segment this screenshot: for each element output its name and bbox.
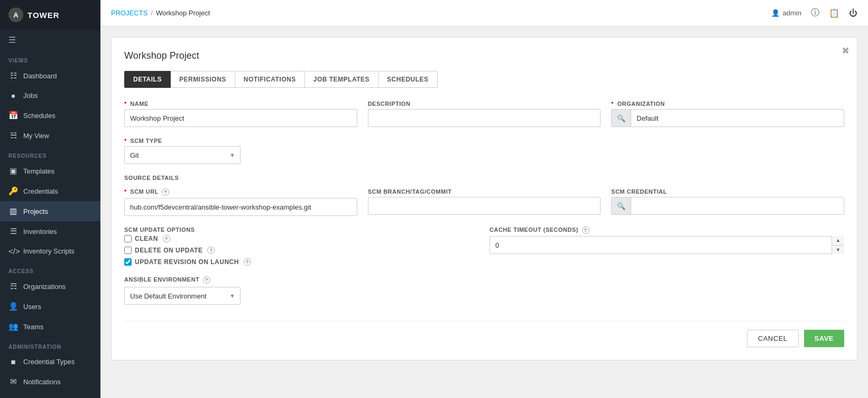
- scm-type-select-wrap: Manual Git Mercurial Subversion Red Hat …: [124, 146, 241, 164]
- row-scm-details: * SCM URL ? SCM BRANCH/TAG/COMMIT SCM CR…: [124, 188, 844, 216]
- logo-text: TOWER: [27, 11, 60, 20]
- sidebar-item-teams[interactable]: 👥 Teams: [0, 316, 100, 337]
- scm-url-label: * SCM URL ?: [124, 188, 357, 196]
- cache-timeout-spinners: ▲ ▼: [832, 236, 844, 254]
- delete-on-update-checkbox[interactable]: [124, 247, 132, 254]
- cache-timeout-decrement[interactable]: ▼: [832, 246, 844, 255]
- sidebar-item-templates[interactable]: ▣ Templates: [0, 161, 100, 181]
- description-input[interactable]: [368, 109, 601, 127]
- tab-schedules[interactable]: SCHEDULES: [378, 71, 438, 88]
- card-footer: CANCEL SAVE: [124, 321, 844, 347]
- cancel-button[interactable]: CANCEL: [747, 330, 799, 347]
- organization-label: * ORGANIZATION: [611, 101, 844, 107]
- topbar-actions: 👤 admin ⓘ 📋 ⏻: [771, 7, 857, 19]
- checkbox-row-update-revision: UPDATE REVISION ON LAUNCH ?: [124, 258, 479, 266]
- breadcrumb-separator: /: [151, 9, 153, 17]
- organization-input[interactable]: [631, 110, 844, 126]
- sidebar-item-credential-types[interactable]: ■ Credential Types: [0, 352, 100, 372]
- ansible-env-label: ANSIBLE ENVIRONMENT ?: [124, 276, 844, 284]
- access-section-label: ACCESS: [0, 261, 100, 276]
- cache-timeout-input[interactable]: [490, 236, 844, 254]
- templates-icon: ▣: [8, 166, 18, 176]
- clean-checkbox[interactable]: [124, 235, 132, 242]
- inventories-icon: ☰: [8, 227, 18, 236]
- row-update-options: SCM UPDATE OPTIONS CLEAN ? DELETE ON UPD…: [124, 227, 844, 266]
- ansible-env-section: ANSIBLE ENVIRONMENT ? Use Default Enviro…: [124, 276, 844, 305]
- ansible-env-select[interactable]: Use Default Environment: [124, 287, 241, 305]
- organization-search-button[interactable]: 🔍: [612, 110, 631, 126]
- update-revision-checkbox[interactable]: [124, 258, 132, 266]
- sidebar-label-myview: My View: [23, 132, 49, 140]
- teams-icon: 👥: [8, 322, 18, 331]
- name-input[interactable]: [124, 109, 357, 127]
- sidebar-item-users[interactable]: 👤 Users: [0, 296, 100, 316]
- scm-credential-input[interactable]: [631, 197, 844, 214]
- credentials-icon: 🔑: [8, 186, 18, 196]
- field-description: DESCRIPTION: [368, 101, 601, 127]
- delete-on-update-label: DELETE ON UPDATE: [135, 247, 202, 254]
- description-label: DESCRIPTION: [368, 101, 601, 107]
- scm-credential-input-wrap: 🔍: [611, 197, 844, 215]
- sidebar-label-schedules: Schedules: [23, 112, 56, 120]
- scm-branch-input[interactable]: [368, 197, 601, 215]
- sidebar-label-credentials: Credentials: [23, 187, 58, 195]
- sidebar-label-organizations: Organizations: [23, 283, 66, 291]
- user-icon: 👤: [771, 9, 780, 17]
- sidebar-item-myview[interactable]: ☵ My View: [0, 125, 100, 146]
- sidebar-item-credentials[interactable]: 🔑 Credentials: [0, 181, 100, 201]
- resources-section-label: RESOURCES: [0, 146, 100, 161]
- scm-url-help-icon[interactable]: ?: [162, 188, 169, 196]
- cache-timeout-increment[interactable]: ▲: [832, 236, 844, 246]
- scm-checkboxes: CLEAN ? DELETE ON UPDATE ? UPDATE REVISI…: [124, 235, 479, 266]
- notifications-icon: ✉: [8, 377, 18, 386]
- checkbox-row-clean: CLEAN ?: [124, 235, 479, 242]
- views-section-label: VIEWS: [0, 50, 100, 66]
- sidebar-item-dashboard[interactable]: ☷ Dashboard: [0, 66, 100, 86]
- power-icon[interactable]: ⏻: [849, 8, 857, 18]
- sidebar-item-jobs[interactable]: ● Jobs: [0, 86, 100, 105]
- sidebar-label-credential-types: Credential Types: [23, 358, 75, 366]
- cache-timeout-label: CACHE TIMEOUT (SECONDS) ?: [490, 227, 844, 234]
- scm-credential-label: SCM CREDENTIAL: [611, 188, 844, 195]
- sidebar-item-notifications[interactable]: ✉ Notifications: [0, 372, 100, 392]
- scm-type-select[interactable]: Manual Git Mercurial Subversion Red Hat …: [124, 146, 241, 164]
- scm-update-options-label: SCM UPDATE OPTIONS: [124, 227, 479, 233]
- user-menu[interactable]: 👤 admin: [771, 9, 801, 17]
- sidebar-label-templates: Templates: [23, 167, 54, 175]
- clean-help-icon[interactable]: ?: [163, 235, 170, 242]
- users-icon: 👤: [8, 302, 18, 311]
- delete-on-update-help-icon[interactable]: ?: [207, 247, 215, 254]
- checkbox-row-delete-on-update: DELETE ON UPDATE ?: [124, 247, 479, 254]
- ansible-env-help-icon[interactable]: ?: [203, 276, 210, 284]
- schedules-icon: 📅: [8, 111, 18, 120]
- sidebar-item-projects[interactable]: ▥ Projects: [0, 201, 100, 221]
- sidebar-label-jobs: Jobs: [23, 92, 38, 100]
- cache-timeout-help-icon[interactable]: ?: [582, 227, 589, 234]
- tab-permissions[interactable]: PERMISSIONS: [170, 71, 235, 88]
- myview-icon: ☵: [8, 131, 18, 140]
- row-scm-type: * SCM TYPE Manual Git Mercurial Subversi…: [124, 138, 844, 164]
- tab-details[interactable]: DETAILS: [124, 71, 171, 88]
- info-icon[interactable]: ⓘ: [811, 7, 819, 19]
- scm-credential-search-button[interactable]: 🔍: [612, 197, 631, 214]
- hamburger-menu[interactable]: ☰: [0, 30, 100, 50]
- credential-types-icon: ■: [8, 357, 18, 366]
- sidebar-item-organizations[interactable]: ☶ Organizations: [0, 276, 100, 296]
- source-details-section-title: SOURCE DETAILS: [124, 175, 844, 181]
- close-icon[interactable]: ✖: [842, 45, 849, 57]
- sidebar-item-inventories[interactable]: ☰ Inventories: [0, 221, 100, 241]
- breadcrumb-parent[interactable]: PROJECTS: [111, 9, 147, 17]
- update-revision-help-icon[interactable]: ?: [244, 258, 251, 266]
- scm-url-input[interactable]: [124, 198, 357, 216]
- tab-notifications[interactable]: NOTIFICATIONS: [235, 71, 305, 88]
- tab-job-templates[interactable]: JOB TEMPLATES: [304, 71, 378, 88]
- sidebar-item-schedules[interactable]: 📅 Schedules: [0, 105, 100, 125]
- sidebar: A TOWER ☰ VIEWS ☷ Dashboard ● Jobs 📅 Sch…: [0, 0, 100, 398]
- save-button[interactable]: SAVE: [804, 330, 844, 347]
- topbar: PROJECTS / Workshop Project 👤 admin ⓘ 📋 …: [100, 0, 868, 26]
- field-scm-branch: SCM BRANCH/TAG/COMMIT: [368, 188, 601, 216]
- sidebar-label-users: Users: [23, 303, 41, 311]
- clipboard-icon[interactable]: 📋: [829, 8, 839, 18]
- ansible-env-select-wrap: Use Default Environment ▼: [124, 287, 241, 305]
- sidebar-item-inventory-scripts[interactable]: </> Inventory Scripts: [0, 241, 100, 261]
